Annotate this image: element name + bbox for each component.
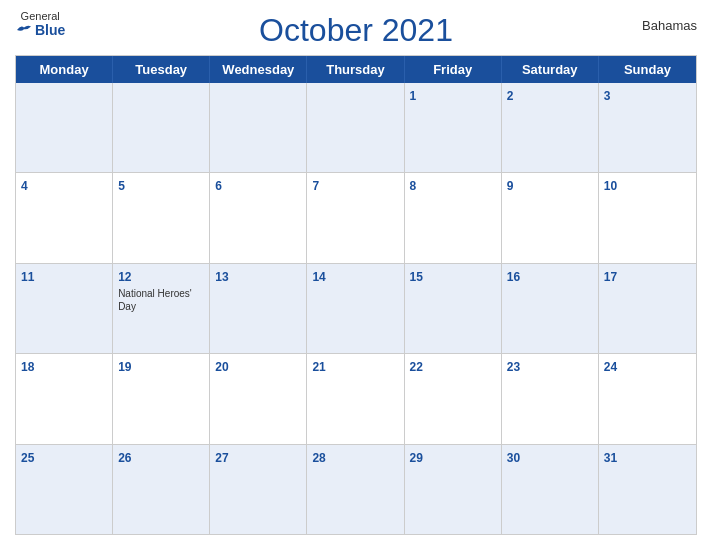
day-cell-oct3: 3 xyxy=(599,83,696,172)
day-cell-oct5: 5 xyxy=(113,173,210,262)
logo-blue-text: Blue xyxy=(35,22,65,38)
day-number: 3 xyxy=(604,89,611,103)
day-number: 30 xyxy=(507,451,520,465)
header-thursday: Thursday xyxy=(307,56,404,83)
day-number: 28 xyxy=(312,451,325,465)
day-cell-oct14: 14 xyxy=(307,264,404,353)
day-cell-oct27: 27 xyxy=(210,445,307,534)
day-number: 11 xyxy=(21,270,34,284)
day-cell-oct1: 1 xyxy=(405,83,502,172)
day-number: 31 xyxy=(604,451,617,465)
header-monday: Monday xyxy=(16,56,113,83)
day-cell-oct16: 16 xyxy=(502,264,599,353)
day-number: 13 xyxy=(215,270,228,284)
header-wednesday: Wednesday xyxy=(210,56,307,83)
day-number: 4 xyxy=(21,179,28,193)
logo-bird-icon xyxy=(15,23,33,37)
logo-blue-area: Blue xyxy=(15,22,65,38)
day-number: 24 xyxy=(604,360,617,374)
day-cell-oct31: 31 xyxy=(599,445,696,534)
day-number: 6 xyxy=(215,179,222,193)
day-cell-oct8: 8 xyxy=(405,173,502,262)
day-cell-oct24: 24 xyxy=(599,354,696,443)
week-row-2: 4 5 6 7 8 9 10 xyxy=(16,172,696,262)
day-cell-oct26: 26 xyxy=(113,445,210,534)
day-cell-oct10: 10 xyxy=(599,173,696,262)
day-number: 9 xyxy=(507,179,514,193)
day-headers-row: Monday Tuesday Wednesday Thursday Friday… xyxy=(16,56,696,83)
logo-area: General Blue xyxy=(15,10,65,38)
day-cell-oct4: 4 xyxy=(16,173,113,262)
day-number: 5 xyxy=(118,179,125,193)
day-cell-oct12: 12 National Heroes' Day xyxy=(113,264,210,353)
day-cell-oct23: 23 xyxy=(502,354,599,443)
day-number: 21 xyxy=(312,360,325,374)
country-label: Bahamas xyxy=(642,18,697,33)
day-cell-oct21: 21 xyxy=(307,354,404,443)
calendar-grid: Monday Tuesday Wednesday Thursday Friday… xyxy=(15,55,697,535)
day-number: 22 xyxy=(410,360,423,374)
day-cell-oct22: 22 xyxy=(405,354,502,443)
calendar-header: General Blue October 2021 Bahamas xyxy=(15,10,697,49)
day-number: 16 xyxy=(507,270,520,284)
calendar-title: October 2021 xyxy=(259,12,453,49)
day-number: 18 xyxy=(21,360,34,374)
day-cell-oct6: 6 xyxy=(210,173,307,262)
week-row-4: 18 19 20 21 22 23 24 xyxy=(16,353,696,443)
header-tuesday: Tuesday xyxy=(113,56,210,83)
day-cell-oct11: 11 xyxy=(16,264,113,353)
week-row-1: 1 2 3 xyxy=(16,83,696,172)
calendar-weeks: 1 2 3 4 5 6 xyxy=(16,83,696,534)
day-cell-empty-2 xyxy=(113,83,210,172)
day-cell-oct28: 28 xyxy=(307,445,404,534)
day-cell-empty-3 xyxy=(210,83,307,172)
day-number: 1 xyxy=(410,89,417,103)
day-number: 15 xyxy=(410,270,423,284)
day-cell-oct13: 13 xyxy=(210,264,307,353)
week-row-3: 11 12 National Heroes' Day 13 14 15 16 xyxy=(16,263,696,353)
day-cell-oct17: 17 xyxy=(599,264,696,353)
header-sunday: Sunday xyxy=(599,56,696,83)
header-friday: Friday xyxy=(405,56,502,83)
logo-general: General xyxy=(21,10,60,22)
day-number: 23 xyxy=(507,360,520,374)
day-cell-oct7: 7 xyxy=(307,173,404,262)
day-cell-oct19: 19 xyxy=(113,354,210,443)
day-number: 8 xyxy=(410,179,417,193)
header-saturday: Saturday xyxy=(502,56,599,83)
day-number: 19 xyxy=(118,360,131,374)
week-row-5: 25 26 27 28 29 30 31 xyxy=(16,444,696,534)
day-number: 27 xyxy=(215,451,228,465)
day-cell-oct15: 15 xyxy=(405,264,502,353)
day-number: 26 xyxy=(118,451,131,465)
day-number: 25 xyxy=(21,451,34,465)
day-number: 17 xyxy=(604,270,617,284)
day-cell-oct29: 29 xyxy=(405,445,502,534)
day-number: 7 xyxy=(312,179,319,193)
day-number: 20 xyxy=(215,360,228,374)
day-number: 10 xyxy=(604,179,617,193)
day-cell-oct25: 25 xyxy=(16,445,113,534)
calendar-container: General Blue October 2021 Bahamas Monday… xyxy=(0,0,712,550)
event-national-heroes-day: National Heroes' Day xyxy=(118,287,204,313)
day-cell-oct18: 18 xyxy=(16,354,113,443)
day-number: 2 xyxy=(507,89,514,103)
day-number: 29 xyxy=(410,451,423,465)
day-number: 14 xyxy=(312,270,325,284)
day-cell-empty-1 xyxy=(16,83,113,172)
day-cell-oct30: 30 xyxy=(502,445,599,534)
day-cell-oct2: 2 xyxy=(502,83,599,172)
day-cell-oct20: 20 xyxy=(210,354,307,443)
day-number: 12 xyxy=(118,270,131,284)
day-cell-oct9: 9 xyxy=(502,173,599,262)
day-cell-empty-4 xyxy=(307,83,404,172)
